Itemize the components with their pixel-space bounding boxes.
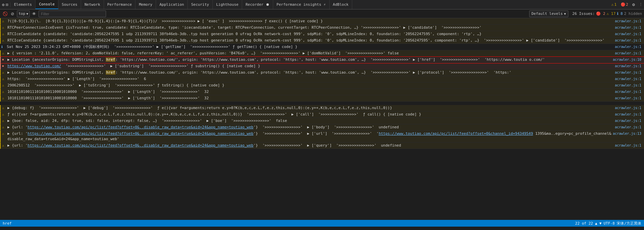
issues-label: 26 Issues: <box>572 11 595 16</box>
alert-warnings[interactable]: ⚠ 1 <box>610 2 618 7</box>
filter-toggle-btn[interactable]: ⊘ <box>9 11 16 17</box>
levels-selector[interactable]: Default levels ▼ <box>529 10 568 17</box>
log-content: RTCIceCandidate {candidate: 'candidate:2… <box>7 31 614 37</box>
more-btn[interactable]: ⋮ <box>638 2 644 7</box>
nav-down-icon[interactable]: ▼ <box>599 221 602 226</box>
table-row[interactable]: ⚠ƒ e(){var f=arguments;return e.y>0?K(b,… <box>0 111 644 118</box>
alert-errors[interactable]: 🔴 2 <box>619 2 630 7</box>
log-content: 2906298512 '>>>>>>>>>>>>>>>>' ▶ ['toStri… <box>7 83 614 88</box>
tab-application[interactable]: Application <box>156 0 188 9</box>
log-source[interactable]: acrawler.js:10 <box>613 57 644 61</box>
log-source[interactable]: acrawler.js:1 <box>614 105 644 110</box>
issues-yellow[interactable]: ⚠ 17 <box>607 11 616 16</box>
log-source[interactable]: acrawler.js:1 <box>614 112 644 116</box>
log-source[interactable]: acrawler.js:13 <box>613 131 644 135</box>
table-row[interactable]: ⚠?([0-9]{1,3}(\. [0-9]{1,3}){3})|[a-f0-9… <box>0 18 644 25</box>
table-row[interactable]: ✖▶ Location {ancestorOrigins: DOMStringL… <box>0 57 644 63</box>
tab-security[interactable]: Security <box>188 0 213 9</box>
table-row[interactable]: ⚠▶ { version : '2.11.0', feVersion: 2, d… <box>0 50 644 57</box>
table-row[interactable]: ⚠▶ {url: 'https://www.toutiao.com/api/pc… <box>0 131 644 143</box>
warning-count: 1 <box>614 2 617 7</box>
log-content: ▶ {debug: f} '>>>>>>>>>>>>>>>>' ▶ ['debu… <box>7 105 614 111</box>
console-content[interactable]: ⚠?([0-9]{1,3}(\. [0-9]{1,3}){3})|[a-f0-9… <box>0 18 644 220</box>
table-row[interactable]: ⚠RTCIceCandidate {candidate: 'candidate:… <box>0 31 644 37</box>
alert-toolbar: ⚠ 1 🔴 2 ⚙ ⋮ <box>610 1 644 8</box>
filter-input[interactable] <box>38 10 106 17</box>
levels-arrow-icon: ▼ <box>564 12 566 16</box>
issues-blue[interactable]: ℹ 8 <box>617 11 623 16</box>
log-source[interactable]: acrawler.js:1 <box>614 70 644 74</box>
warning-triangle-icon: ⚠ <box>611 2 614 7</box>
table-row[interactable]: ✖https://www.toutiao.com/ '>>>>>>>>>>>>>… <box>0 63 644 70</box>
error-count: 2 <box>626 2 628 7</box>
log-source[interactable]: acrawler.js:1 <box>614 96 644 100</box>
table-row[interactable]: ⚠1010110100111010100110001010000 '>>>>>>… <box>0 95 644 102</box>
table-row[interactable]: ⚠▶ {url: 'https://www.toutiao.com/api/pc… <box>0 143 644 149</box>
error-circle-icon: 🔴 <box>621 2 625 7</box>
log-source[interactable]: acrawler.js:1 <box>614 76 644 81</box>
tab-memory[interactable]: Memory <box>135 0 156 9</box>
encoding-label: UTF-8 <box>603 221 615 226</box>
info-icon: ℹ <box>1 45 6 49</box>
tab-recorder[interactable]: Recorder ⏺ <box>242 0 273 9</box>
log-source[interactable]: acrawler.js:1 <box>614 19 644 23</box>
table-row[interactable]: ⚠RTCIceCandidate {candidate: 'candidate:… <box>0 37 644 44</box>
nav-up-icon[interactable]: ▲ <box>595 221 597 226</box>
log-source[interactable]: acrawler.js:1 <box>614 89 644 94</box>
table-row[interactable]: ⚠▶ {boe: false, aid: 24, dfp: true, sdi:… <box>0 118 644 124</box>
warning-icon: ⚠ <box>2 90 7 94</box>
table-row[interactable]: ⚠▶ {debug: f} '>>>>>>>>>>>>>>>>' ▶ ['deb… <box>0 105 644 111</box>
table-row[interactable]: ⚠2906298512 '>>>>>>>>>>>>>>>>' ▶ ['toStr… <box>0 82 644 89</box>
position-label: 22 of 22 <box>575 221 593 226</box>
error-icon: ✖ <box>2 58 7 61</box>
log-source[interactable]: acrawler.js:1 <box>614 31 644 36</box>
clear-console-btn[interactable]: 🚫 <box>2 11 8 17</box>
settings-btn[interactable]: ⚙ <box>631 1 636 8</box>
context-icon: ▼ <box>26 12 28 16</box>
tab-bar: ⚙ ⊡ Elements Console Sources Network Per… <box>0 0 644 9</box>
warning-icon: ⚠ <box>2 19 7 23</box>
issues-red[interactable]: 🔴 2 <box>596 11 605 16</box>
log-source[interactable]: acrawler.js:1 <box>614 38 644 42</box>
log-content: 1010110100111010100110001010000 '>>>>>>>… <box>7 89 614 95</box>
tab-lighthouse[interactable]: Lighthouse <box>213 0 242 9</box>
tab-sources[interactable]: Sources <box>58 0 81 9</box>
log-source[interactable]: acrawler.js:1 <box>614 44 644 49</box>
log-content: ƒ e(){var f=arguments;return e.y>0?K(b,e… <box>7 112 614 117</box>
tab-performance[interactable]: Performance <box>104 0 136 9</box>
log-content: Sat Nov 25 2023 19:24:23 GMT+0800 (中国标准时… <box>7 44 614 50</box>
log-source[interactable]: acrawler.js:1 <box>614 25 644 29</box>
warning-icon: ⚠ <box>2 77 7 81</box>
log-source[interactable]: acrawler.js:1 <box>614 118 644 123</box>
table-row[interactable]: ⚠▶ {url: 'https://www.toutiao.com/api/pc… <box>0 124 644 131</box>
dock-icon[interactable]: ⊡ <box>6 2 8 7</box>
warning-icon: ⚠ <box>2 26 7 29</box>
warning-icon: ⚠ <box>2 112 7 116</box>
log-source[interactable]: acrawler.js:1 <box>614 125 644 129</box>
tab-elements[interactable]: Elements <box>10 0 35 9</box>
hidden-label: 2 hidden <box>624 11 642 16</box>
tab-network[interactable]: Network <box>81 0 104 9</box>
table-row[interactable]: ⚠▶ Location {ancestorOrigins: DOMStringL… <box>0 70 644 76</box>
table-row[interactable]: ⚠RTCPeerConnectionIceEvent {isTrusted: t… <box>0 25 644 31</box>
log-source[interactable]: acrawler.js:1 <box>614 143 644 147</box>
tab-console[interactable]: Console <box>35 0 58 9</box>
tab-performance-insights[interactable]: Performance insights ⚡ <box>273 0 330 9</box>
log-source[interactable]: acrawler.js:1 <box>614 51 644 55</box>
eye-btn[interactable]: 👁 <box>31 11 37 17</box>
log-source[interactable]: acrawler.js:1 <box>614 83 644 87</box>
levels-label: Default levels <box>532 11 563 16</box>
error-icon: ✖ <box>2 64 7 68</box>
log-source[interactable]: acrawler.js:1 <box>614 63 644 68</box>
table-row[interactable]: ℹSat Nov 25 2023 19:24:23 GMT+0800 (中国标准… <box>0 44 644 50</box>
console-toolbar: 🚫 ⊘ top ▼ 👁 Default levels ▼ 26 Issues: … <box>0 9 644 18</box>
log-spacer <box>0 102 644 105</box>
log-content: ▶ {url: 'https://www.toutiao.com/api/pc/… <box>7 125 614 130</box>
tab-adblock[interactable]: AdBlock <box>330 0 352 9</box>
context-selector[interactable]: top ▼ <box>17 10 30 17</box>
table-row[interactable]: ⚠1010110100111010100110001010000 '>>>>>>… <box>0 89 644 95</box>
font-label: 宋体/方正黑体 <box>617 221 641 226</box>
warning-icon: ⚠ <box>2 71 7 74</box>
log-content: ▶ {boe: false, aid: 24, dfp: true, sdi: … <box>7 118 614 124</box>
table-row[interactable]: ⚠https: '>>>>>>>>>>>>>>>>' ▶ ['Length'] … <box>0 76 644 82</box>
